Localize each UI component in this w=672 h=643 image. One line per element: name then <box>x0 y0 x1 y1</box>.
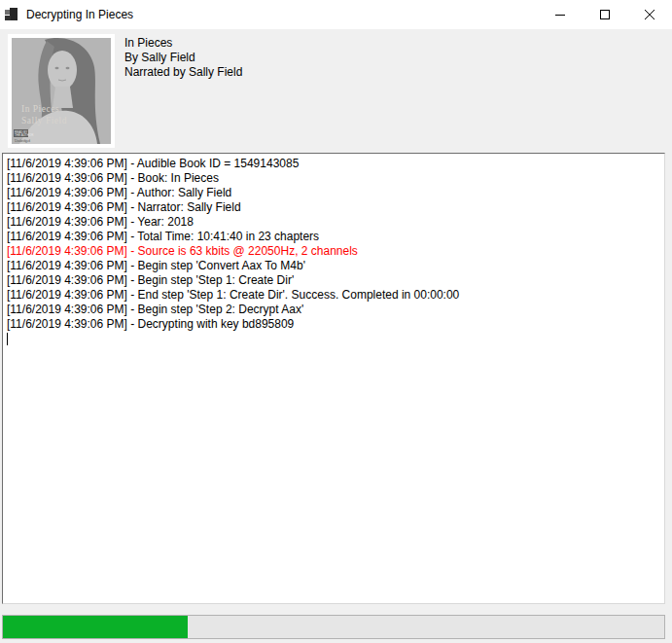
log-lines: [11/6/2019 4:39:06 PM] - Audible Book ID… <box>7 157 660 332</box>
book-title: In Pieces <box>124 36 242 51</box>
log-line: [11/6/2019 4:39:06 PM] - Decrypting with… <box>7 317 660 332</box>
log-line: [11/6/2019 4:39:06 PM] - End step 'Step … <box>7 288 660 303</box>
client-area: In Pieces Sally Field READ BY THE AUTHOR… <box>0 29 672 643</box>
log-line: [11/6/2019 4:39:06 PM] - Total Time: 10:… <box>7 230 660 244</box>
log-line: [11/6/2019 4:39:06 PM] - Author: Sally F… <box>7 186 660 200</box>
book-author-line: By Sally Field <box>124 51 242 65</box>
window-controls <box>538 0 672 29</box>
book-info: In Pieces By Sally Field Narrated by Sal… <box>124 36 242 80</box>
log-textbox[interactable]: [11/6/2019 4:39:06 PM] - Audible Book ID… <box>2 153 665 604</box>
maximize-button[interactable] <box>583 0 627 29</box>
log-line: [11/6/2019 4:39:06 PM] - Begin step 'Ste… <box>7 273 660 288</box>
title-bar[interactable]: Decrypting In Pieces <box>0 0 672 29</box>
log-line: [11/6/2019 4:39:06 PM] - Begin step 'Ste… <box>7 303 660 317</box>
book-cover-art: In Pieces Sally Field READ BY THE AUTHOR… <box>12 38 111 144</box>
app-window: Decrypting In Pieces <box>0 0 672 643</box>
text-caret <box>7 333 8 345</box>
app-icon <box>5 8 18 21</box>
log-line: [11/6/2019 4:39:06 PM] - Narrator: Sally… <box>7 200 660 215</box>
book-narrator-line: Narrated by Sally Field <box>124 65 242 80</box>
log-line: [11/6/2019 4:39:06 PM] - Year: 2018 <box>7 215 660 230</box>
progress-fill <box>3 616 188 638</box>
window-title: Decrypting In Pieces <box>26 8 133 21</box>
cover-title-text: In Pieces <box>21 104 59 114</box>
log-line: [11/6/2019 4:39:06 PM] - Book: In Pieces <box>7 171 660 186</box>
log-line: [11/6/2019 4:39:06 PM] - Source is 63 kb… <box>7 244 660 259</box>
log-line: [11/6/2019 4:39:06 PM] - Audible Book ID… <box>7 157 660 171</box>
progress-bar <box>2 615 665 639</box>
cover-readby-line2: THE AUTHOR <box>15 133 34 137</box>
log-line: [11/6/2019 4:39:06 PM] - Begin step 'Con… <box>7 259 660 273</box>
minimize-icon <box>555 15 565 16</box>
cover-edition-text: Unabridged <box>15 139 30 143</box>
cover-author-text: Sally Field <box>21 116 67 125</box>
close-icon <box>645 10 654 19</box>
close-button[interactable] <box>627 0 672 29</box>
minimize-button[interactable] <box>538 0 583 29</box>
maximize-icon <box>600 10 610 19</box>
book-cover: In Pieces Sally Field READ BY THE AUTHOR… <box>8 34 115 148</box>
